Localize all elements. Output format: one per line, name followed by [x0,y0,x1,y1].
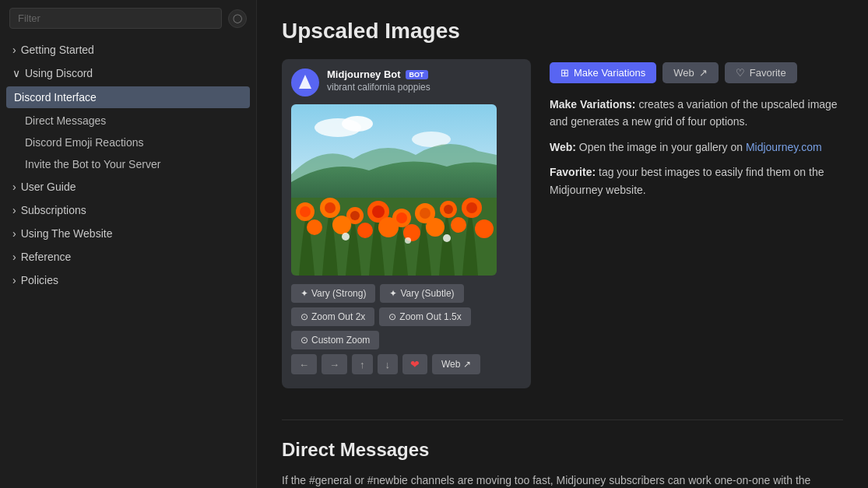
dm-section-title: Direct Messages [282,439,843,461]
sidebar-item-label: User Guide [21,181,76,193]
svg-point-21 [307,219,322,235]
sidebar-item-discord-emoji-reactions[interactable]: Discord Emoji Reactions [0,132,256,153]
sidebar-item-direct-messages[interactable]: Direct Messages [0,110,256,132]
sidebar-subitem-label: Direct Messages [25,114,106,127]
bot-name-row: Midjourney Bot BOT [327,68,522,80]
bot-avatar [291,68,319,97]
sidebar-item-policies[interactable]: › Policies [0,269,256,292]
sidebar-subitem-label: Discord Emoji Reactions [25,136,144,149]
zoom-out-2x-button[interactable]: ⊙ Zoom Out 2x [291,307,374,326]
svg-point-26 [426,218,445,237]
zoom-icon: ⊙ [388,311,396,322]
svg-point-2 [342,116,373,132]
heart-icon: ❤ [410,358,420,370]
svg-point-28 [475,219,494,238]
arrow-buttons-row: ← → ↑ ↓ ❤ Web ↗ [291,354,522,374]
web-button[interactable]: Web ↗ [432,354,480,374]
section-divider [282,420,843,420]
sidebar-item-reference[interactable]: › Reference [0,245,256,269]
sidebar: ◯ › Getting Started ∨ Using Discord Disc… [0,0,257,488]
midjourney-link[interactable]: Midjourney.com [746,141,822,153]
vary-buttons-row: ✦ Vary (Strong) ✦ Vary (Subtle) [291,284,522,303]
dm-section-paragraph: If the #general or #newbie channels are … [282,472,843,488]
sidebar-item-label: Policies [21,274,58,286]
arrow-left-button[interactable]: ← [291,354,317,374]
chevron-right-icon: › [12,44,16,56]
image-container [291,104,522,278]
svg-point-24 [378,217,399,237]
chevron-right-icon: › [12,251,16,263]
sidebar-item-subscriptions[interactable]: › Subscriptions [0,198,256,222]
midjourney-logo-icon [294,72,316,93]
bot-prompt: vibrant california poppies [327,82,522,93]
chevron-right-icon: › [12,274,16,286]
page-title: Upscaled Images [282,19,843,44]
zoom-buttons-row: ⊙ Zoom Out 2x ⊙ Zoom Out 1.5x ⊙ Custom Z… [291,307,522,349]
vary-subtle-button[interactable]: ✦ Vary (Subtle) [380,284,463,303]
web-description: Web: Open the image in your gallery on M… [550,139,843,156]
descriptions-block: Make Variations: creates a variation of … [550,96,843,198]
chevron-right-icon: › [12,204,16,216]
sidebar-item-invite-bot[interactable]: Invite the Bot to Your Server [0,153,256,175]
svg-point-12 [372,205,385,218]
sidebar-item-label: Subscriptions [21,204,86,216]
sidebar-item-discord-interface[interactable]: Discord Interface [6,86,250,108]
vary-strong-button[interactable]: ✦ Vary (Strong) [291,284,375,303]
favorite-description: Favorite: tag your best images to easily… [550,163,843,198]
svg-point-8 [325,202,336,213]
vary-subtle-icon: ✦ [389,288,397,299]
svg-point-18 [444,205,453,214]
right-panel: ⊞ Make Variations Web ↗ ♡ Favorite Make … [550,59,843,388]
sidebar-item-using-the-website[interactable]: › Using The Website [0,222,256,245]
external-link-icon: ↗ [463,359,471,370]
svg-point-27 [451,217,466,233]
direct-messages-section: Direct Messages If the #general or #newb… [282,439,843,488]
variations-icon: ⊞ [561,67,569,79]
favorite-label: Favorite: [550,166,596,178]
custom-zoom-button[interactable]: ⊙ Custom Zoom [291,331,379,349]
zoom-icon: ⊙ [300,311,308,322]
sidebar-subitem-label: Discord Interface [14,91,97,104]
action-buttons-row: ⊞ Make Variations Web ↗ ♡ Favorite [550,62,843,83]
web-external-icon: ↗ [699,67,708,79]
zoom-out-1-5x-button[interactable]: ⊙ Zoom Out 1.5x [379,307,470,326]
svg-point-10 [350,211,360,220]
svg-point-16 [420,208,430,219]
sidebar-item-getting-started[interactable]: › Getting Started [0,38,256,61]
discord-card: Midjourney Bot BOT vibrant california po… [282,59,531,388]
arrow-down-button[interactable]: ↓ [378,354,399,374]
make-variations-button[interactable]: ⊞ Make Variations [550,62,656,83]
filter-toggle-btn[interactable]: ◯ [228,9,247,28]
svg-point-30 [405,237,411,244]
sidebar-item-label: Using The Website [21,227,113,240]
svg-point-20 [466,202,477,213]
make-variations-label: Make Variations: [550,98,636,111]
heart-button[interactable]: ❤ [402,354,427,374]
chevron-right-icon: › [12,181,16,193]
svg-point-23 [357,223,373,238]
svg-point-29 [342,233,350,240]
arrow-up-button[interactable]: ↑ [352,354,373,374]
filter-input[interactable] [9,8,222,29]
chevron-right-icon: › [12,227,16,240]
sidebar-item-user-guide[interactable]: › User Guide [0,175,256,198]
sidebar-item-label: Getting Started [21,44,94,56]
arrow-right-button[interactable]: → [322,354,347,374]
bot-name: Midjourney Bot [327,68,401,80]
upscaled-images-section: Midjourney Bot BOT vibrant california po… [282,59,843,388]
bot-info: Midjourney Bot BOT vibrant california po… [327,68,522,93]
svg-point-14 [396,212,407,223]
sidebar-item-label: Reference [21,251,72,263]
filter-section: ◯ [0,0,256,37]
favorite-action-button[interactable]: ♡ Favorite [725,62,797,83]
sidebar-item-using-discord[interactable]: ∨ Using Discord [0,61,256,85]
chevron-down-icon: ∨ [12,67,20,79]
sidebar-subitem-label: Invite the Bot to Your Server [25,158,160,170]
sidebar-item-label: Using Discord [25,67,93,79]
web-action-button[interactable]: Web ↗ [662,62,719,83]
bot-header: Midjourney Bot BOT vibrant california po… [291,68,522,97]
nav: › Getting Started ∨ Using Discord Discor… [0,37,256,293]
upscaled-image [291,104,497,276]
svg-point-31 [443,234,451,242]
vary-strong-icon: ✦ [300,288,308,299]
